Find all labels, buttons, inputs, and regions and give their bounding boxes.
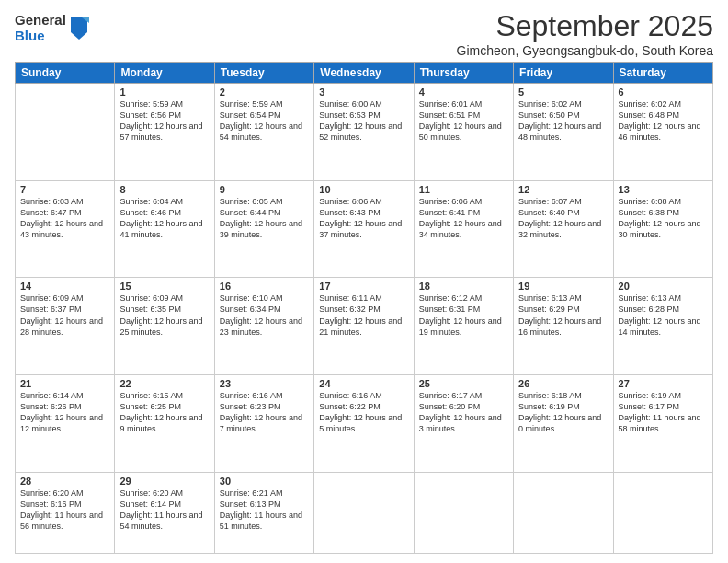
day-number: 24 — [319, 378, 408, 389]
table-row: 19Sunrise: 6:13 AMSunset: 6:29 PMDayligh… — [514, 278, 613, 375]
day-number: 13 — [619, 184, 708, 195]
cell-text: Sunrise: 6:13 AMSunset: 6:28 PMDaylight:… — [619, 293, 701, 336]
col-sunday: Sunday — [16, 63, 115, 84]
location: Gimcheon, Gyeongsangbuk-do, South Korea — [457, 43, 713, 58]
table-row: 8Sunrise: 6:04 AMSunset: 6:46 PMDaylight… — [115, 180, 214, 278]
logo-general: General — [15, 13, 66, 29]
logo-icon — [69, 14, 89, 40]
cell-text: Sunrise: 6:20 AMSunset: 6:16 PMDaylight:… — [20, 488, 103, 531]
table-row: 1Sunrise: 5:59 AMSunset: 6:56 PMDaylight… — [115, 84, 214, 181]
cell-text: Sunrise: 6:20 AMSunset: 6:14 PMDaylight:… — [119, 488, 202, 531]
cell-text: Sunrise: 6:03 AMSunset: 6:47 PMDaylight:… — [20, 197, 103, 239]
cell-text: Sunrise: 6:15 AMSunset: 6:25 PMDaylight:… — [119, 391, 202, 433]
table-row — [16, 84, 115, 181]
day-number: 7 — [20, 184, 109, 195]
cell-text: Sunrise: 6:10 AMSunset: 6:34 PMDaylight:… — [220, 293, 302, 336]
day-number: 2 — [220, 86, 309, 98]
day-number: 22 — [119, 378, 209, 389]
table-row — [514, 472, 613, 553]
table-row: 13Sunrise: 6:08 AMSunset: 6:38 PMDayligh… — [613, 180, 712, 278]
cell-text: Sunrise: 6:21 AMSunset: 6:13 PMDaylight:… — [220, 488, 302, 531]
table-row — [613, 472, 712, 553]
cell-text: Sunrise: 6:11 AMSunset: 6:32 PMDaylight:… — [319, 293, 402, 336]
table-row: 6Sunrise: 6:02 AMSunset: 6:48 PMDaylight… — [613, 84, 712, 181]
cell-text: Sunrise: 6:13 AMSunset: 6:29 PMDaylight:… — [518, 293, 601, 336]
table-row: 15Sunrise: 6:09 AMSunset: 6:35 PMDayligh… — [115, 278, 214, 375]
table-row: 2Sunrise: 5:59 AMSunset: 6:54 PMDaylight… — [214, 84, 313, 181]
cell-text: Sunrise: 6:12 AMSunset: 6:31 PMDaylight:… — [419, 293, 502, 336]
table-row: 24Sunrise: 6:16 AMSunset: 6:22 PMDayligh… — [314, 374, 414, 472]
table-row: 28Sunrise: 6:20 AMSunset: 6:16 PMDayligh… — [16, 472, 115, 553]
logo-blue: Blue — [15, 29, 66, 44]
table-row: 14Sunrise: 6:09 AMSunset: 6:37 PMDayligh… — [16, 278, 115, 375]
cell-text: Sunrise: 6:04 AMSunset: 6:46 PMDaylight:… — [119, 197, 202, 239]
table-row: 25Sunrise: 6:17 AMSunset: 6:20 PMDayligh… — [414, 374, 513, 472]
cell-text: Sunrise: 6:14 AMSunset: 6:26 PMDaylight:… — [20, 391, 103, 433]
cell-text: Sunrise: 6:19 AMSunset: 6:17 PMDaylight:… — [619, 391, 701, 433]
table-row — [314, 472, 414, 553]
table-row: 5Sunrise: 6:02 AMSunset: 6:50 PMDaylight… — [514, 84, 613, 181]
day-number: 18 — [419, 281, 508, 292]
table-row: 3Sunrise: 6:00 AMSunset: 6:53 PMDaylight… — [314, 84, 414, 181]
cell-text: Sunrise: 6:00 AMSunset: 6:53 PMDaylight:… — [319, 99, 402, 142]
month-title: September 2025 — [457, 9, 713, 43]
day-number: 17 — [319, 281, 408, 292]
header-row: Sunday Monday Tuesday Wednesday Thursday… — [16, 63, 713, 84]
day-number: 6 — [619, 86, 708, 98]
title-section: September 2025 Gimcheon, Gyeongsangbuk-d… — [457, 9, 713, 58]
table-row: 21Sunrise: 6:14 AMSunset: 6:26 PMDayligh… — [16, 374, 115, 472]
table-row: 11Sunrise: 6:06 AMSunset: 6:41 PMDayligh… — [414, 180, 513, 278]
svg-marker-0 — [71, 17, 87, 40]
day-number: 10 — [319, 184, 408, 195]
day-number: 4 — [419, 86, 508, 98]
day-number: 20 — [619, 281, 708, 292]
cell-text: Sunrise: 5:59 AMSunset: 6:54 PMDaylight:… — [220, 99, 302, 142]
day-number: 19 — [518, 281, 608, 292]
day-number: 27 — [619, 378, 708, 389]
day-number: 15 — [119, 281, 209, 292]
table-row: 17Sunrise: 6:11 AMSunset: 6:32 PMDayligh… — [314, 278, 414, 375]
day-number: 23 — [220, 378, 309, 389]
cell-text: Sunrise: 6:17 AMSunset: 6:20 PMDaylight:… — [419, 391, 502, 433]
page: General Blue September 2025 Gimcheon, Gy… — [0, 0, 728, 563]
day-number: 5 — [518, 86, 608, 98]
table-row: 9Sunrise: 6:05 AMSunset: 6:44 PMDaylight… — [214, 180, 313, 278]
day-number: 8 — [119, 184, 209, 195]
day-number: 9 — [220, 184, 309, 195]
table-row: 23Sunrise: 6:16 AMSunset: 6:23 PMDayligh… — [214, 374, 313, 472]
day-number: 3 — [319, 86, 408, 98]
day-number: 21 — [20, 378, 109, 389]
table-row: 30Sunrise: 6:21 AMSunset: 6:13 PMDayligh… — [214, 472, 313, 553]
logo: General Blue — [15, 13, 89, 43]
cell-text: Sunrise: 6:01 AMSunset: 6:51 PMDaylight:… — [419, 99, 502, 142]
table-row: 10Sunrise: 6:06 AMSunset: 6:43 PMDayligh… — [314, 180, 414, 278]
table-row: 7Sunrise: 6:03 AMSunset: 6:47 PMDaylight… — [16, 180, 115, 278]
day-number: 16 — [220, 281, 309, 292]
day-number: 26 — [518, 378, 608, 389]
cell-text: Sunrise: 6:02 AMSunset: 6:50 PMDaylight:… — [518, 99, 601, 142]
cell-text: Sunrise: 6:02 AMSunset: 6:48 PMDaylight:… — [619, 99, 701, 142]
col-friday: Friday — [514, 63, 613, 84]
table-row — [414, 472, 513, 553]
day-number: 28 — [20, 476, 109, 487]
calendar-table: Sunday Monday Tuesday Wednesday Thursday… — [15, 62, 713, 554]
cell-text: Sunrise: 6:05 AMSunset: 6:44 PMDaylight:… — [220, 197, 302, 239]
cell-text: Sunrise: 6:16 AMSunset: 6:22 PMDaylight:… — [319, 391, 402, 433]
day-number: 14 — [20, 281, 109, 292]
table-row: 20Sunrise: 6:13 AMSunset: 6:28 PMDayligh… — [613, 278, 712, 375]
col-monday: Monday — [115, 63, 214, 84]
day-number: 25 — [419, 378, 508, 389]
header: General Blue September 2025 Gimcheon, Gy… — [15, 9, 713, 58]
day-number: 1 — [119, 86, 209, 98]
table-row: 22Sunrise: 6:15 AMSunset: 6:25 PMDayligh… — [115, 374, 214, 472]
cell-text: Sunrise: 6:08 AMSunset: 6:38 PMDaylight:… — [619, 197, 701, 239]
cell-text: Sunrise: 6:09 AMSunset: 6:35 PMDaylight:… — [119, 293, 202, 336]
col-wednesday: Wednesday — [314, 63, 414, 84]
table-row: 18Sunrise: 6:12 AMSunset: 6:31 PMDayligh… — [414, 278, 513, 375]
col-tuesday: Tuesday — [214, 63, 313, 84]
cell-text: Sunrise: 6:09 AMSunset: 6:37 PMDaylight:… — [20, 293, 103, 336]
day-number: 11 — [419, 184, 508, 195]
col-thursday: Thursday — [414, 63, 513, 84]
cell-text: Sunrise: 6:06 AMSunset: 6:41 PMDaylight:… — [419, 197, 502, 239]
table-row: 16Sunrise: 6:10 AMSunset: 6:34 PMDayligh… — [214, 278, 313, 375]
